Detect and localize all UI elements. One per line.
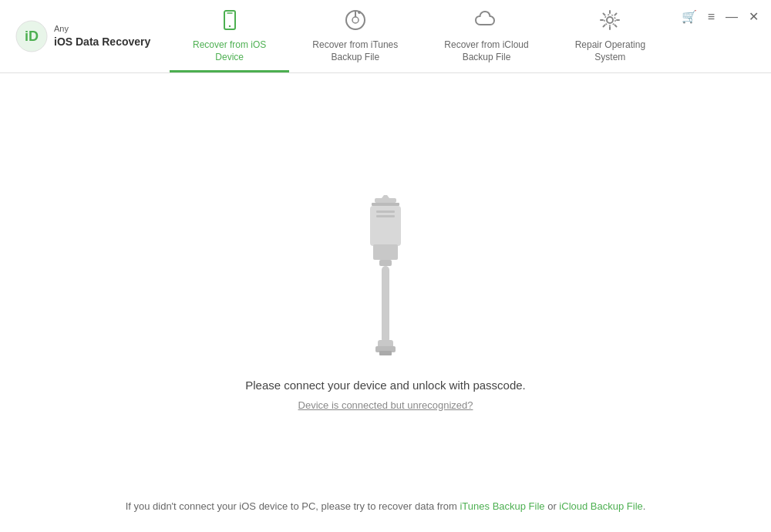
tab-recover-icloud-label: Recover from iCloudBackup File [444, 39, 528, 63]
tab-repair-os[interactable]: Repair OperatingSystem [552, 0, 668, 72]
cart-icon[interactable]: 🛒 [682, 11, 697, 23]
svg-rect-22 [379, 351, 392, 355]
bottom-note-prefix: If you didn't connect your iOS device to… [126, 500, 460, 512]
logo-title: iOS Data Recovery [54, 35, 150, 49]
icloud-backup-link[interactable]: iCloud Backup File [559, 500, 642, 512]
repair-icon [599, 9, 621, 35]
bottom-note: If you didn't connect your iOS device to… [0, 500, 771, 512]
tab-recover-itunes[interactable]: Recover from iTunesBackup File [289, 0, 421, 72]
tab-recover-ios[interactable]: Recover from iOSDevice [170, 0, 289, 72]
svg-rect-19 [382, 266, 389, 343]
svg-point-8 [358, 11, 361, 14]
svg-rect-18 [379, 260, 392, 266]
connect-instruction: Please connect your device and unlock wi… [245, 379, 526, 392]
bottom-note-suffix: . [643, 500, 646, 512]
tab-recover-icloud[interactable]: Recover from iCloudBackup File [421, 0, 551, 72]
tab-recover-ios-label: Recover from iOSDevice [193, 39, 266, 63]
title-bar: iD Any iOS Data Recovery Recover from iO… [0, 0, 771, 73]
svg-rect-12 [372, 203, 399, 206]
close-icon[interactable]: ✕ [749, 11, 759, 23]
tab-repair-os-label: Repair OperatingSystem [575, 39, 645, 63]
minimize-icon[interactable]: — [726, 11, 738, 23]
phone-icon [219, 9, 241, 35]
svg-point-6 [352, 17, 359, 23]
svg-text:iD: iD [25, 29, 39, 44]
menu-icon[interactable]: ≡ [708, 11, 715, 23]
itunes-icon [345, 9, 366, 35]
svg-rect-15 [376, 215, 395, 217]
svg-point-3 [228, 25, 230, 27]
svg-rect-14 [376, 210, 395, 213]
svg-rect-11 [375, 198, 396, 203]
device-unrecognized-link[interactable]: Device is connected but unrecognized? [298, 399, 473, 411]
svg-marker-16 [382, 195, 389, 198]
logo-any: Any [54, 24, 150, 34]
logo-area: iD Any iOS Data Recovery [0, 20, 170, 52]
svg-point-9 [607, 17, 613, 23]
tab-recover-itunes-label: Recover from iTunesBackup File [312, 39, 398, 63]
window-controls: 🛒 ≡ — ✕ [682, 11, 771, 23]
icloud-icon [474, 9, 499, 35]
itunes-backup-link[interactable]: iTunes Backup File [460, 500, 544, 512]
app-logo-icon: iD [15, 20, 48, 52]
usb-cable-illustration [355, 195, 416, 357]
svg-rect-17 [373, 244, 398, 260]
main-content: Please connect your device and unlock wi… [0, 73, 771, 532]
bottom-note-middle: or [545, 500, 560, 512]
logo-text: Any iOS Data Recovery [54, 24, 150, 48]
